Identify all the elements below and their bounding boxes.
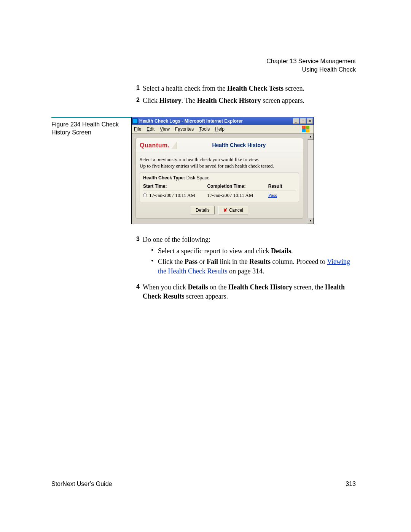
cancel-button[interactable]: ✘ Cancel	[218, 206, 248, 214]
panel-description: Select a previously run health check you…	[140, 156, 299, 169]
cell-start-time: 17-Jan-2007 10:11 AM	[143, 192, 207, 199]
scroll-up-button[interactable]: ▲	[307, 134, 314, 140]
cell-result: Pass	[268, 192, 296, 199]
ie-title: Health Check Logs - Microsoft Internet E…	[139, 118, 292, 124]
menu-item[interactable]: View	[160, 126, 170, 132]
step-text: Select a health check from the Health Ch…	[143, 84, 356, 93]
bullet-list: •Select a specific report to view and cl…	[143, 246, 356, 276]
numbered-list-top: 1Select a health check from the Health C…	[131, 84, 356, 105]
menu-item[interactable]: File	[134, 126, 141, 132]
panel-desc-line1: Select a previously run health check you…	[140, 156, 299, 163]
col-completion-header: Completion Time:	[207, 183, 268, 189]
result-link[interactable]: Pass	[268, 192, 277, 198]
panel-separator	[136, 152, 303, 152]
row-radio[interactable]	[143, 193, 147, 197]
details-button[interactable]: Details	[191, 206, 215, 214]
close-button[interactable]: ✕	[307, 118, 313, 124]
step: 3Do one of the following:•Select a speci…	[131, 235, 356, 280]
step-number: 3	[131, 235, 143, 243]
page: Chapter 13 Service Management Using Heal…	[0, 0, 411, 532]
ie-client-area: Quantum. Health Check History Select a p…	[132, 134, 314, 224]
figure-caption: Figure 234 Health Check History Screen	[51, 117, 131, 137]
type-label: Health Check Type:	[143, 175, 185, 181]
bullet-item: •Select a specific report to view and cl…	[151, 246, 356, 256]
bullet-dot-icon: •	[151, 257, 158, 265]
cancel-button-label: Cancel	[229, 207, 243, 213]
table-header: Start Time: Completion Time: Result	[143, 182, 296, 190]
table-row: 17-Jan-2007 10:11 AM17-Jan-2007 10:11 AM…	[143, 190, 296, 200]
panel-header: Quantum. Health Check History	[140, 141, 299, 150]
bullet-text: Click the Pass or Fail link in the Resul…	[158, 257, 356, 276]
cancel-x-icon: ✘	[223, 207, 227, 213]
history-table: Health Check Type: Disk Space Start Time…	[140, 173, 299, 202]
step: 4When you click Details on the Health Ch…	[131, 283, 356, 301]
figure-row: Figure 234 Health Check History Screen H…	[51, 117, 356, 224]
maximize-button[interactable]: □	[300, 118, 306, 124]
footer-page-number: 313	[346, 480, 356, 488]
menu-item[interactable]: Favorites	[175, 126, 194, 132]
step-number: 2	[131, 96, 143, 104]
figure-image: Health Check Logs - Microsoft Internet E…	[131, 117, 356, 224]
running-head-section: Using Health Check	[266, 66, 356, 74]
minimize-button[interactable]: _	[293, 118, 299, 124]
scroll-down-button[interactable]: ▼	[307, 218, 314, 224]
windows-logo-icon	[302, 126, 312, 133]
footer-left: StorNext User’s Guide	[51, 480, 112, 488]
col-result-header: Result	[268, 183, 296, 189]
step-number: 1	[131, 84, 143, 92]
scrollbar[interactable]: ▲ ▼	[307, 134, 314, 224]
step-text: Click History. The Health Check History …	[143, 96, 356, 105]
brand-logo: Quantum.	[140, 141, 170, 150]
page-footer: StorNext User’s Guide 313	[51, 480, 356, 488]
step-text: When you click Details on the Health Che…	[143, 283, 356, 301]
panel-desc-line2: Up to five history entries will be saved…	[140, 163, 299, 169]
health-check-type: Health Check Type: Disk Space	[143, 175, 296, 181]
health-check-panel: Quantum. Health Check History Select a p…	[135, 138, 303, 219]
step-number: 4	[131, 283, 143, 291]
ie-menubar: FileEditViewFavoritesToolsHelp	[132, 125, 314, 134]
menu-item[interactable]: Tools	[199, 126, 210, 132]
panel-actions: Details ✘ Cancel	[140, 206, 299, 214]
bullet-text: Select a specific report to view and cli…	[158, 246, 356, 256]
ie-titlebar[interactable]: Health Check Logs - Microsoft Internet E…	[132, 117, 314, 125]
ie-window: Health Check Logs - Microsoft Internet E…	[131, 117, 314, 224]
step: 1Select a health check from the Health C…	[131, 84, 356, 93]
ie-content: Quantum. Health Check History Select a p…	[132, 134, 307, 224]
menu-item[interactable]: Edit	[147, 126, 155, 132]
bullet-dot-icon: •	[151, 246, 158, 255]
running-head-chapter: Chapter 13 Service Management	[266, 57, 356, 66]
step-text: Do one of the following:•Select a specif…	[143, 235, 356, 280]
ie-app-icon	[132, 118, 138, 124]
scroll-track[interactable]	[307, 140, 314, 218]
panel-title: Health Check History	[179, 142, 299, 149]
running-head: Chapter 13 Service Management Using Heal…	[266, 57, 356, 73]
step: 2Click History. The Health Check History…	[131, 96, 356, 105]
menu-item[interactable]: Help	[215, 126, 225, 132]
bullet-item: •Click the Pass or Fail link in the Resu…	[151, 257, 356, 276]
brand-slash-icon	[171, 142, 177, 149]
body-column: 1Select a health check from the Health C…	[131, 84, 356, 301]
col-start-header: Start Time:	[143, 183, 207, 189]
figure-caption-text: Figure 234 Health Check History Screen	[51, 121, 119, 136]
cell-completion-time: 17-Jan-2007 10:11 AM	[207, 192, 268, 199]
details-button-label: Details	[196, 207, 210, 213]
numbered-list-bottom: 3Do one of the following:•Select a speci…	[131, 235, 356, 301]
type-value: Disk Space	[186, 175, 210, 181]
